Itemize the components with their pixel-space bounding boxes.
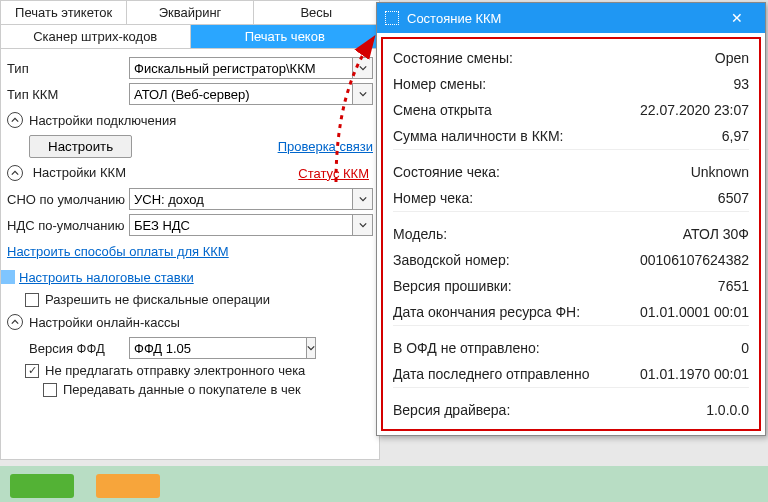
info-key: Дата последнего отправленно bbox=[393, 366, 589, 382]
info-value: АТОЛ 30Ф bbox=[683, 226, 749, 242]
info-row: Заводской номер:00106107624382 bbox=[393, 247, 749, 273]
info-key: Номер чека: bbox=[393, 190, 473, 206]
info-key: Состояние смены: bbox=[393, 50, 513, 66]
close-icon[interactable]: ✕ bbox=[717, 10, 757, 26]
type-select[interactable] bbox=[129, 57, 353, 79]
info-value: 00106107624382 bbox=[640, 252, 749, 268]
online-cash-label: Настройки онлайн-кассы bbox=[29, 315, 180, 330]
connection-settings-label: Настройки подключения bbox=[29, 113, 176, 128]
kkm-settings-label: Настройки ККМ bbox=[33, 165, 126, 180]
configure-button[interactable]: Настроить bbox=[29, 135, 132, 158]
dialog-body: Состояние смены:OpenНомер смены:93Смена … bbox=[381, 37, 761, 431]
send-buyer-checkbox[interactable] bbox=[43, 383, 57, 397]
info-value: 6507 bbox=[718, 190, 749, 206]
sno-label: СНО по умолчанию bbox=[7, 192, 129, 207]
no-echeck-label: Не предлагать отправку электронного чека bbox=[45, 363, 305, 378]
info-value: Unknown bbox=[691, 164, 749, 180]
sno-select[interactable] bbox=[129, 188, 353, 210]
dialog-titlebar[interactable]: Состояние ККМ ✕ bbox=[377, 3, 765, 33]
nds-label: НДС по-умолчанию bbox=[7, 218, 129, 233]
info-row: В ОФД не отправлено:0 bbox=[393, 335, 749, 361]
ffd-select[interactable] bbox=[129, 337, 307, 359]
nds-select[interactable] bbox=[129, 214, 353, 236]
settings-form: Тип Тип ККМ Настройки подключения Настро… bbox=[1, 49, 379, 405]
dialog-title: Состояние ККМ bbox=[407, 11, 717, 26]
kkm-type-label: Тип ККМ bbox=[7, 87, 129, 102]
info-key: Версия драйвера: bbox=[393, 402, 510, 418]
info-row: Версия прошивки:7651 bbox=[393, 273, 749, 299]
info-row: Дата окончания ресурса ФН:01.01.0001 00:… bbox=[393, 299, 749, 325]
info-value: 01.01.1970 00:01 bbox=[640, 366, 749, 382]
no-echeck-checkbox[interactable] bbox=[25, 364, 39, 378]
info-key: Версия прошивки: bbox=[393, 278, 512, 294]
info-key: Смена открыта bbox=[393, 102, 492, 118]
info-row: Модель:АТОЛ 30Ф bbox=[393, 221, 749, 247]
tab-barcode-scanner[interactable]: Сканер штрих-кодов bbox=[1, 25, 191, 48]
collapse-online-cash-icon[interactable] bbox=[7, 314, 23, 330]
info-key: Сумма наличности в ККМ: bbox=[393, 128, 564, 144]
type-dropdown-btn[interactable] bbox=[353, 57, 373, 79]
info-value: 22.07.2020 23:07 bbox=[640, 102, 749, 118]
info-key: Дата окончания ресурса ФН: bbox=[393, 304, 580, 320]
check-connection-link[interactable]: Проверка связи bbox=[278, 139, 373, 154]
tab-row-top: Печать этикеток Эквайринг Весы bbox=[1, 1, 379, 25]
dialog-icon bbox=[385, 11, 399, 25]
collapse-connection-icon[interactable] bbox=[7, 112, 23, 128]
settings-panel: Печать этикеток Эквайринг Весы Сканер шт… bbox=[0, 0, 380, 460]
background-green-button bbox=[10, 474, 74, 498]
info-value: 93 bbox=[733, 76, 749, 92]
send-buyer-label: Передавать данные о покупателе в чек bbox=[63, 382, 301, 397]
info-key: В ОФД не отправлено: bbox=[393, 340, 540, 356]
info-key: Заводской номер: bbox=[393, 252, 510, 268]
info-key: Номер смены: bbox=[393, 76, 486, 92]
info-key: Модель: bbox=[393, 226, 447, 242]
info-row: Смена открыта22.07.2020 23:07 bbox=[393, 97, 749, 123]
collapse-kkm-settings-icon[interactable] bbox=[7, 165, 23, 181]
status-kkm-link[interactable]: Статус ККМ bbox=[298, 166, 369, 181]
info-row: Номер смены:93 bbox=[393, 71, 749, 97]
ffd-dropdown-btn[interactable] bbox=[307, 337, 316, 359]
info-row: Состояние чека:Unknown bbox=[393, 159, 749, 185]
kkm-status-dialog: Состояние ККМ ✕ Состояние смены:OpenНоме… bbox=[376, 2, 766, 436]
nonfiscal-checkbox[interactable] bbox=[25, 293, 39, 307]
ffd-label: Версия ФФД bbox=[29, 341, 129, 356]
info-value: 7651 bbox=[718, 278, 749, 294]
sno-dropdown-btn[interactable] bbox=[353, 188, 373, 210]
tab-acquiring[interactable]: Эквайринг bbox=[127, 1, 253, 24]
tax-rates-link[interactable]: Настроить налоговые ставки bbox=[19, 270, 194, 285]
info-value: 1.0.0.0 bbox=[706, 402, 749, 418]
info-row: Сумма наличности в ККМ:6,97 bbox=[393, 123, 749, 149]
type-label: Тип bbox=[7, 61, 129, 76]
tab-labels[interactable]: Печать этикеток bbox=[1, 1, 127, 24]
info-value: 6,97 bbox=[722, 128, 749, 144]
kkm-type-dropdown-btn[interactable] bbox=[353, 83, 373, 105]
info-value: 0 bbox=[741, 340, 749, 356]
info-row: Состояние смены:Open bbox=[393, 45, 749, 71]
payment-methods-link[interactable]: Настроить способы оплаты для ККМ bbox=[7, 244, 229, 259]
info-key: Состояние чека: bbox=[393, 164, 500, 180]
nds-dropdown-btn[interactable] bbox=[353, 214, 373, 236]
info-row: Номер чека:6507 bbox=[393, 185, 749, 211]
info-row: Дата последнего отправленно01.01.1970 00… bbox=[393, 361, 749, 387]
info-value: 01.01.0001 00:01 bbox=[640, 304, 749, 320]
info-value: Open bbox=[715, 50, 749, 66]
tab-receipt-print[interactable]: Печать чеков bbox=[191, 25, 380, 48]
tab-row-bottom: Сканер штрих-кодов Печать чеков bbox=[1, 25, 379, 49]
background-orange-button bbox=[96, 474, 160, 498]
info-row: Версия драйвера:1.0.0.0 bbox=[393, 397, 749, 423]
tab-scales[interactable]: Весы bbox=[254, 1, 379, 24]
kkm-type-select[interactable] bbox=[129, 83, 353, 105]
nonfiscal-checkbox-label: Разрешить не фискальные операции bbox=[45, 292, 270, 307]
highlight-bar bbox=[1, 270, 15, 284]
